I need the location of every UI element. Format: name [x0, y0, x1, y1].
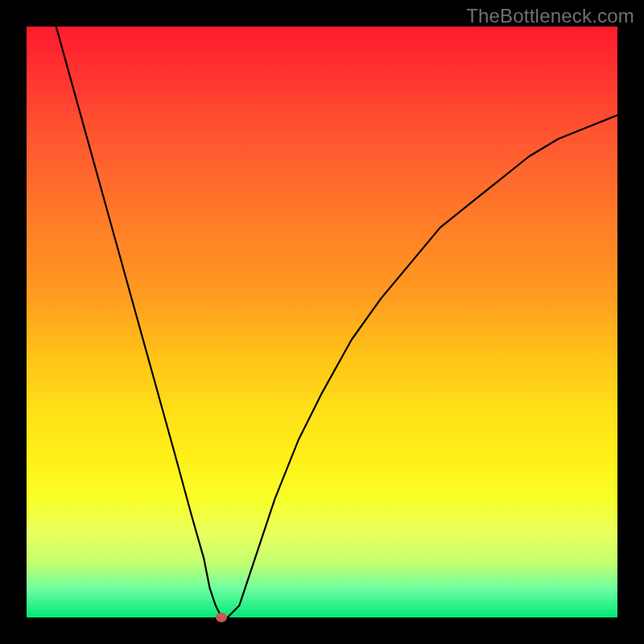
chart-frame: TheBottleneck.com [0, 0, 644, 644]
watermark-text: TheBottleneck.com [466, 5, 634, 27]
curve-minimum-marker [216, 613, 227, 622]
plot-area [27, 27, 617, 617]
bottleneck-curve [27, 27, 617, 617]
curve-path [56, 27, 617, 617]
